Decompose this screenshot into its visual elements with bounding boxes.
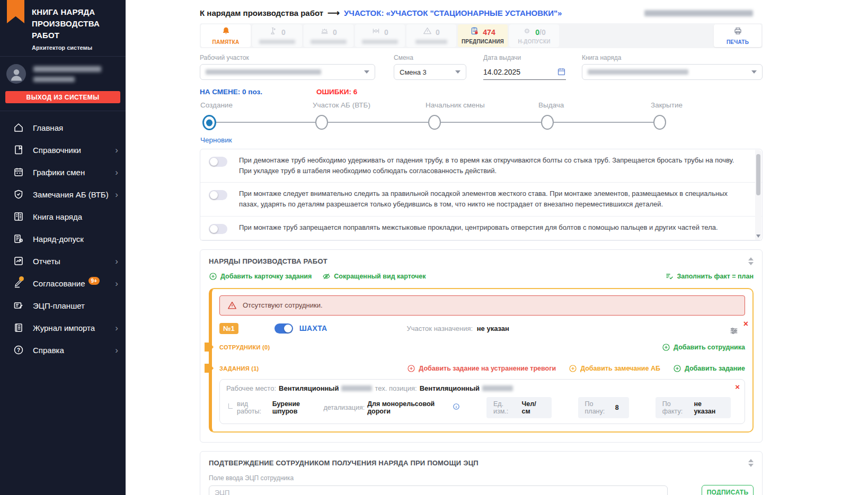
bookmark-logo-icon xyxy=(7,0,24,23)
chevron-right-icon: › xyxy=(115,146,118,155)
signature-icon xyxy=(13,277,24,289)
sidebar-item-ecp-tablet[interactable]: ЭЦП-планшет xyxy=(0,294,126,317)
fill-fact-label: Заполнить факт = план xyxy=(677,273,754,280)
prescriptions-button[interactable]: 474 ПРЕДПИСАНИЯ xyxy=(458,24,508,47)
task-item: × Рабочее место: Вентиляционный тех. поз… xyxy=(219,379,745,424)
sidebar-item-label: Замечания АБ (ВТБ) xyxy=(33,190,109,199)
order-book-select[interactable] xyxy=(582,64,763,80)
sign-button[interactable]: ПОДПИСАТЬ xyxy=(702,485,754,495)
unit-value: Чел/см xyxy=(521,400,541,415)
sidebar-item-order-book[interactable]: Книга наряда xyxy=(0,205,126,228)
sidebar-item-ab-remarks[interactable]: Замечания АБ (ВТБ) › xyxy=(0,183,126,205)
order-number-badge: №1 xyxy=(219,323,238,334)
shift-value: Смена 3 xyxy=(400,68,427,76)
calendar-icon xyxy=(13,166,24,178)
shift-field: Смена Смена 3 xyxy=(394,54,466,80)
issue-date-input[interactable]: 14.02.2025 xyxy=(483,64,566,80)
compact-view-link[interactable]: Сокращенный вид карточек xyxy=(322,272,426,281)
n-permits-count-gray: /0 xyxy=(539,28,546,37)
warning-triangle-icon xyxy=(423,26,432,38)
connector-icon xyxy=(228,403,233,409)
approval-count-badge: 9+ xyxy=(88,277,100,285)
sidebar-item-label: Отчеты xyxy=(33,257,60,266)
step-circle[interactable] xyxy=(541,115,554,130)
help-icon: ? xyxy=(13,344,24,356)
collapse-sort-icon[interactable] xyxy=(748,459,754,467)
step-circle[interactable] xyxy=(428,115,441,130)
sidebar-item-reports[interactable]: Отчеты › xyxy=(0,250,126,272)
bell-icon xyxy=(222,26,231,38)
gear-icon xyxy=(522,26,532,38)
tech-position-label: тех. позиция: xyxy=(375,384,417,392)
sidebar-menu: Главная Справочники › Графики смен › Зам… xyxy=(0,116,126,495)
ledger-icon xyxy=(13,211,24,222)
memo-toggle-off[interactable] xyxy=(209,157,227,167)
sidebar-item-home[interactable]: Главная xyxy=(0,116,126,139)
breadcrumb-current-link[interactable]: УЧАСТОК: «УЧАСТОК "СТАЦИОНАРНЫЕ УСТАНОВК… xyxy=(344,8,562,17)
redacted-company-name xyxy=(644,8,753,17)
orange-tag-icon xyxy=(205,364,214,373)
memo-text: При монтаже следует внимательно следить … xyxy=(239,188,746,210)
errors-status: ОШИБКИ: 6 xyxy=(316,88,357,96)
memo-toggle-off[interactable] xyxy=(209,190,227,200)
collapse-sort-icon[interactable] xyxy=(748,257,754,265)
add-task-label: Добавить задание xyxy=(685,365,745,372)
destination-area: Участок назначения: не указан xyxy=(407,325,509,332)
memo-list: При демонтаже труб необходимо удерживать… xyxy=(200,149,763,241)
ecp-input-label: Поле ввода ЭЦП сотрудника xyxy=(209,474,754,482)
sidebar-item-directories[interactable]: Справочники › xyxy=(0,139,126,161)
app-window: КНИГА НАРЯДА ПРОИЗВОДСТВА РАБОТ Архитект… xyxy=(0,0,868,495)
mine-toggle-on[interactable] xyxy=(274,323,293,334)
sidebar-item-approval[interactable]: Согласование 9+ › xyxy=(0,272,126,294)
memo-button[interactable]: ПАМЯТКА xyxy=(201,24,251,47)
memo-item: При монтаже следует внимательно следить … xyxy=(200,183,762,216)
step-circle-active[interactable] xyxy=(202,115,216,130)
workplace-value: Вентиляционный xyxy=(279,384,339,392)
workplace-label: Рабочее место: xyxy=(226,384,276,392)
issue-date-label: Дата выдачи xyxy=(483,54,566,61)
compact-view-label: Сокращенный вид карточек xyxy=(334,273,426,280)
sidebar-item-help[interactable]: ? Справка › xyxy=(0,339,126,361)
sidebar-item-shift-schedules[interactable]: Графики смен › xyxy=(0,161,126,183)
step-circle[interactable] xyxy=(315,115,328,130)
add-task-link[interactable]: Добавить задание xyxy=(673,364,745,373)
fact-label: По факту: xyxy=(662,400,689,415)
warning-triangle-icon xyxy=(227,301,237,310)
delete-task-icon[interactable]: × xyxy=(735,383,740,391)
caret-down-icon xyxy=(751,70,757,74)
sidebar-item-work-permit[interactable]: Наряд-допуск xyxy=(0,228,126,250)
fill-fact-link[interactable]: Заполнить факт = план xyxy=(665,272,754,281)
logout-button[interactable]: ВЫХОД ИЗ СИСТЕМЫ xyxy=(5,91,120,103)
add-ab-note-link[interactable]: Добавить замечание АБ xyxy=(569,364,660,373)
scrollbar[interactable] xyxy=(755,150,761,240)
print-button[interactable]: ПЕЧАТЬ xyxy=(714,24,761,47)
memo-item: При монтаже труб запрещается поправлять … xyxy=(200,217,762,240)
add-employee-link[interactable]: Добавить сотрудника xyxy=(662,343,745,352)
step-circle[interactable] xyxy=(653,115,666,130)
step-label: Закрытие xyxy=(651,101,683,109)
work-area-select[interactable] xyxy=(200,64,375,80)
tune-sliders-icon[interactable] xyxy=(729,326,739,338)
redacted-label xyxy=(259,39,295,44)
filters-row: Рабочий участок Смена Смена 3 Дата выдач… xyxy=(200,54,763,80)
info-icon[interactable] xyxy=(453,403,460,412)
scrollbar-thumb[interactable] xyxy=(756,154,760,195)
n-permits-button: 0/0 Н-ДОПУСКИ xyxy=(509,24,559,47)
shift-select[interactable]: Смена 3 xyxy=(394,64,466,80)
ecp-input[interactable] xyxy=(209,485,668,495)
close-card-icon[interactable]: × xyxy=(743,320,748,328)
document-gear-icon xyxy=(13,233,24,245)
journal-icon xyxy=(13,322,24,334)
memo-toggle-off[interactable] xyxy=(209,224,227,234)
order-card-header: №1 ШАХТА Участок назначения: не указан xyxy=(219,323,745,334)
order-book-label: Книга наряда xyxy=(582,54,763,61)
redacted-work-area-value xyxy=(206,69,321,75)
calendar-icon[interactable] xyxy=(557,67,566,76)
disabled-tool-button-3: 0 xyxy=(355,24,405,47)
sidebar-item-import-journal[interactable]: Журнал импорта › xyxy=(0,317,126,339)
add-alarm-task-link[interactable]: Добавить задание на устранение тревоги xyxy=(407,364,556,373)
add-task-card-link[interactable]: Добавить карточку задания xyxy=(209,272,312,281)
plus-circle-icon xyxy=(673,364,681,373)
scrollbar-down-arrow[interactable] xyxy=(756,235,760,238)
main-area: К нарядам производства работ ⟶ УЧАСТОК: … xyxy=(126,0,868,495)
